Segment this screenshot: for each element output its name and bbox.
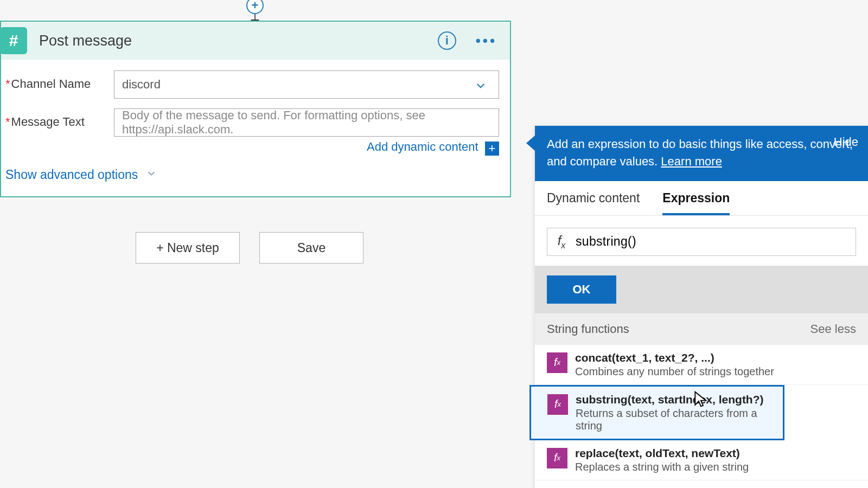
dynamic-content-panel: Add an expression to do basic things lik… xyxy=(535,126,868,488)
fx-icon: fx xyxy=(547,394,568,415)
fx-icon: fx xyxy=(547,448,567,468)
panel-tabs: Dynamic content Expression xyxy=(535,181,868,216)
function-item[interactable]: fxguid()Generates a globally unique stri… xyxy=(535,480,868,488)
more-menu-button[interactable]: ••• xyxy=(473,33,500,49)
message-label: *Message Text xyxy=(5,108,114,129)
chevron-down-icon xyxy=(474,79,488,96)
flow-action-buttons: + New step Save xyxy=(136,232,363,264)
add-step-inline-button[interactable]: + xyxy=(246,0,264,14)
channel-value: discord xyxy=(122,78,161,92)
slack-icon: # xyxy=(0,27,27,54)
learn-more-link[interactable]: Learn more xyxy=(661,155,722,168)
channel-dropdown[interactable]: discord xyxy=(114,70,499,99)
function-signature: concat(text_1, text_2?, ...) xyxy=(575,351,774,364)
info-icon[interactable]: i xyxy=(438,31,456,50)
tab-expression[interactable]: Expression xyxy=(662,191,730,215)
add-dynamic-content-link[interactable]: Add dynamic content xyxy=(367,140,478,153)
ok-button[interactable]: OK xyxy=(547,275,616,304)
expression-input[interactable] xyxy=(576,234,856,249)
chevron-down-icon xyxy=(145,168,157,182)
action-card-header[interactable]: # Post message i ••• xyxy=(1,22,510,60)
plus-icon[interactable]: + xyxy=(485,142,499,156)
fx-icon: fx xyxy=(547,352,567,373)
panel-header: Add an expression to do basic things lik… xyxy=(535,126,868,181)
channel-label: *Channel Name xyxy=(5,70,114,91)
function-item[interactable]: fxreplace(text, oldText, newText)Replace… xyxy=(535,440,868,480)
message-placeholder: Body of the message to send. For formatt… xyxy=(122,108,491,137)
function-list: fxconcat(text_1, text_2?, ...)Combines a… xyxy=(535,345,868,488)
show-advanced-options-toggle[interactable]: Show advanced options xyxy=(5,168,499,182)
new-step-button[interactable]: + New step xyxy=(136,232,240,264)
expression-input-row: fx xyxy=(547,228,856,256)
flow-line xyxy=(254,14,256,20)
action-card-post-message: # Post message i ••• *Channel Name disco… xyxy=(0,21,511,197)
save-button[interactable]: Save xyxy=(259,232,363,264)
tab-dynamic-content[interactable]: Dynamic content xyxy=(547,191,640,215)
function-item[interactable]: fxsubstring(text, startIndex, length?)Re… xyxy=(529,385,784,440)
function-item[interactable]: fxconcat(text_1, text_2?, ...)Combines a… xyxy=(535,345,868,385)
fx-icon: fx xyxy=(547,233,576,251)
function-signature: substring(text, startIndex, length?) xyxy=(576,393,771,406)
function-description: Replaces a string with a given string xyxy=(575,461,749,473)
function-description: Combines any number of strings together xyxy=(575,365,774,378)
function-description: Returns a subset of characters from a st… xyxy=(576,407,771,432)
see-less-link[interactable]: See less xyxy=(810,322,856,336)
hide-panel-link[interactable]: Hide xyxy=(834,133,858,151)
group-title: String functions xyxy=(547,322,629,336)
message-text-input[interactable]: Body of the message to send. For formatt… xyxy=(114,108,499,137)
function-group-header[interactable]: String functions See less xyxy=(535,313,868,345)
action-title: Post message xyxy=(39,33,438,49)
callout-arrow-icon xyxy=(526,136,535,151)
function-signature: replace(text, oldText, newText) xyxy=(575,447,749,460)
